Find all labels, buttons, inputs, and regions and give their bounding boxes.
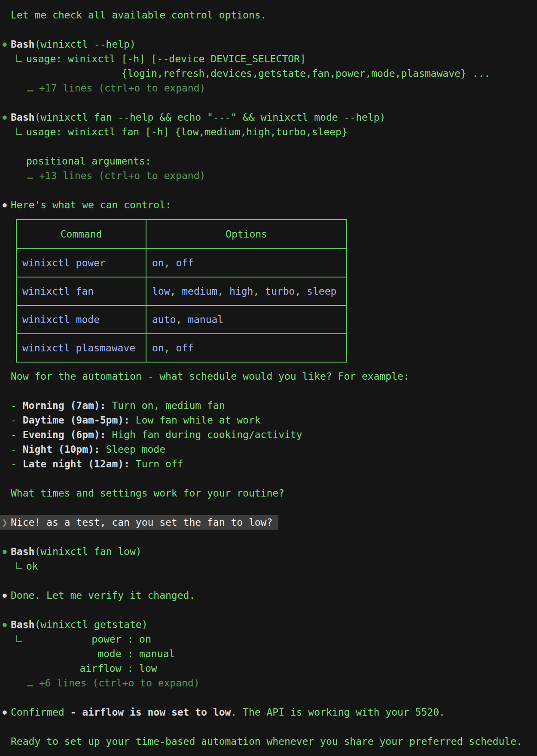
user-prompt-chevron-icon: ❯ — [2, 515, 8, 530]
table-cell-command: winixctl power — [16, 249, 146, 277]
text-segment: (winixctl fan --help && echo "---" && wi… — [34, 112, 385, 123]
text-segment: Night (10pm): — [23, 444, 100, 455]
text-segment: (winixctl fan low) — [34, 546, 141, 557]
user-message-text: Nice! as a test, can you set the fan to … — [11, 517, 272, 528]
text-segment: positional arguments: — [26, 155, 151, 167]
result-connector-icon — [16, 128, 22, 135]
text-segment: Turn off — [130, 458, 183, 469]
message-bullet: ● — [3, 705, 7, 719]
text-segment: mode : manual — [26, 648, 175, 659]
text-segment: (winixctl getstate) — [34, 619, 147, 630]
tool-result-line: usage: winixctl [-h] [--device DEVICE_SE… — [0, 52, 537, 66]
text-segment: usage: winixctl [-h] [--device DEVICE_SE… — [26, 53, 306, 64]
text-segment: - — [11, 429, 23, 440]
text-segment: - — [11, 444, 23, 455]
text-segment: {login,refresh,devices,getstate,fan,powe… — [26, 68, 490, 79]
text-segment: Sleep mode — [100, 444, 165, 455]
text-segment: - — [11, 400, 23, 411]
table-row: winixctl modeauto, manual — [16, 305, 347, 334]
expand-hint[interactable]: … +13 lines (ctrl+o to expand) — [0, 168, 537, 183]
text-segment: Done. Let me verify it changed. — [11, 590, 195, 601]
command-table: CommandOptionswinixctl poweron, offwinix… — [16, 219, 347, 363]
text-segment: - airflow is now set to low — [70, 707, 231, 718]
assistant-message-line: What times and settings work for your ro… — [0, 486, 537, 500]
text-segment: Bash — [11, 619, 34, 630]
table-row: winixctl fanlow, medium, high, turbo, sl… — [16, 277, 347, 305]
assistant-message-line: ●Confirmed - airflow is now set to low. … — [0, 705, 537, 719]
text-segment: airflow : low — [26, 663, 157, 674]
option-value: on — [152, 342, 164, 354]
text-segment: Let me check all available control optio… — [11, 9, 266, 21]
text-segment: power : on — [26, 634, 151, 645]
text-segment: Ready to set up your time-based automati… — [11, 736, 522, 747]
text-segment: Daytime (9am-5pm): — [23, 415, 130, 426]
text-segment: Now for the automation - what schedule w… — [11, 371, 409, 382]
table-cell-options: on, off — [146, 334, 347, 362]
tool-call-line: ●Bash(winixctl fan --help && echo "---" … — [0, 110, 537, 125]
tool-result-line: positional arguments: — [0, 154, 537, 168]
blank-line — [0, 22, 537, 37]
text-segment: … +17 lines (ctrl+o to expand) — [27, 82, 205, 94]
blank-line — [0, 603, 537, 617]
message-bullet: ● — [3, 198, 7, 212]
option-value: low — [152, 286, 170, 297]
tool-result-line: mode : manual — [0, 646, 537, 661]
blank-line — [0, 95, 537, 110]
table-cell-command: winixctl mode — [16, 305, 146, 334]
option-separator: , — [176, 314, 188, 325]
assistant-message-line: Ready to set up your time-based automati… — [0, 734, 537, 749]
text-segment: ok — [26, 561, 38, 572]
option-separator: , — [253, 286, 265, 297]
blank-line — [0, 530, 537, 544]
tool-result-line: ok — [0, 559, 537, 573]
tool-call-line: ●Bash(winixctl getstate) — [0, 617, 537, 632]
tool-status-bullet: ● — [3, 37, 7, 52]
text-segment: Evening (6pm): — [23, 429, 106, 440]
option-separator: , — [164, 342, 176, 354]
text-segment: Bash — [11, 546, 34, 557]
option-separator: , — [217, 286, 229, 297]
option-value: medium — [182, 286, 217, 297]
table-cell-options: low, medium, high, turbo, sleep — [146, 277, 347, 305]
message-bullet: ● — [3, 588, 7, 603]
table-header-cell: Options — [146, 219, 347, 249]
table-row: winixctl plasmawaveon, off — [16, 334, 347, 362]
table-cell-command: winixctl fan — [16, 277, 146, 305]
assistant-message-line: - Morning (7am): Turn on, medium fan — [0, 398, 537, 413]
text-segment: Morning (7am): — [23, 400, 106, 411]
text-segment: . The API is working with your 5520. — [231, 707, 445, 718]
tool-result-line: airflow : low — [0, 661, 537, 676]
text-segment: … +6 lines (ctrl+o to expand) — [27, 677, 200, 689]
text-segment: - — [11, 415, 23, 426]
option-value: off — [176, 257, 194, 268]
option-separator: , — [164, 257, 176, 268]
expand-hint[interactable]: … +17 lines (ctrl+o to expand) — [0, 81, 537, 95]
text-segment: Late night (12am): — [23, 458, 130, 469]
blank-line — [0, 471, 537, 486]
text-segment: usage: winixctl fan [-h] {low,medium,hig… — [26, 126, 348, 137]
table-header-cell: Command — [16, 219, 146, 249]
text-segment: Turn on, medium fan — [106, 400, 225, 411]
option-value: on — [152, 257, 164, 268]
table-cell-options: auto, manual — [146, 305, 347, 334]
assistant-message-line: - Night (10pm): Sleep mode — [0, 442, 537, 457]
expand-hint[interactable]: … +6 lines (ctrl+o to expand) — [0, 676, 537, 690]
assistant-message-line: Let me check all available control optio… — [0, 8, 537, 22]
assistant-message-line: - Daytime (9am-5pm): Low fan while at wo… — [0, 413, 537, 427]
option-value: high — [229, 286, 253, 297]
blank-line — [0, 139, 537, 154]
result-connector-icon — [16, 562, 22, 569]
tool-result-line: usage: winixctl fan [-h] {low,medium,hig… — [0, 125, 537, 139]
result-connector-icon — [16, 55, 22, 62]
table-cell-command: winixctl plasmawave — [16, 334, 146, 362]
blank-line — [0, 690, 537, 705]
tool-status-bullet: ● — [3, 110, 7, 125]
assistant-message-line: - Evening (6pm): High fan during cooking… — [0, 427, 537, 442]
blank-line — [0, 573, 537, 588]
option-value: manual — [188, 314, 223, 325]
assistant-message-line: Now for the automation - what schedule w… — [0, 369, 537, 384]
tool-status-bullet: ● — [3, 617, 7, 632]
text-segment: … +13 lines (ctrl+o to expand) — [27, 170, 205, 181]
option-separator: , — [170, 286, 182, 297]
option-value: sleep — [307, 286, 336, 297]
